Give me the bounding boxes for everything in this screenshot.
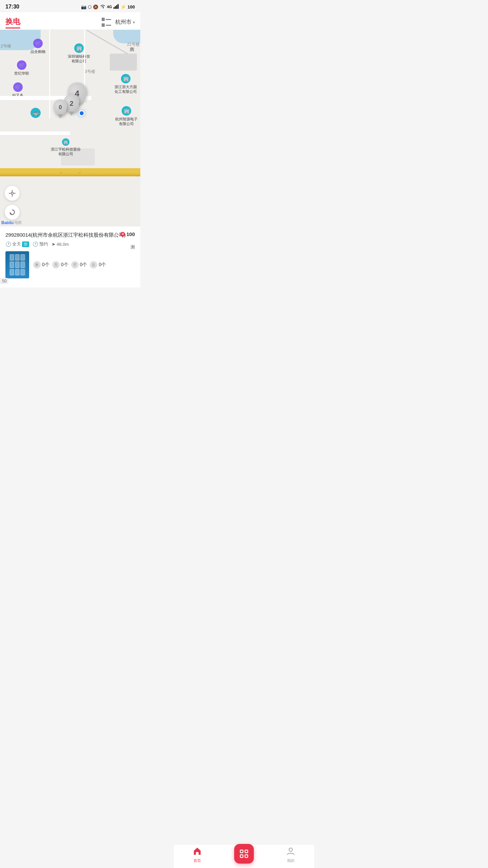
- discover-label: 测: [130, 244, 135, 250]
- silent-icon: 🔕: [93, 4, 98, 9]
- user-location-dot: [79, 110, 85, 116]
- poi-label-zhejiang1: 浙江浙大方圆化工有限公司: [115, 84, 137, 94]
- map-pin-0[interactable]: 0: [54, 99, 67, 116]
- header-right: 杭州市 ▾: [102, 18, 135, 27]
- charge-icon: 充: [52, 261, 60, 269]
- svg-rect-9: [113, 235, 114, 237]
- page-title: 换电: [5, 17, 20, 28]
- arrow-right-icon: →: [77, 170, 81, 175]
- usb-icon: ⬡: [88, 4, 92, 9]
- total-icon: 总: [90, 261, 97, 269]
- poi-pinquan: 🛒 品全购物: [30, 39, 45, 54]
- svg-rect-11: [115, 233, 116, 237]
- chevron-down-icon: ▾: [133, 20, 135, 25]
- poi-yusong: 🏢 浙江宇松科技股份有限公司: [51, 138, 81, 157]
- exchange-count: 0个: [42, 262, 49, 268]
- error-badge: ✕: [120, 232, 125, 237]
- slot-empty: 空 0个: [71, 261, 87, 269]
- reservation-item: 🕐 预约: [33, 241, 48, 247]
- status-bar: 17:30 📷 ⬡ 🔕 4G ⚡ 100: [0, 0, 140, 12]
- reservation-clock-icon: 🕐: [33, 241, 38, 247]
- 4g-icon: 4G: [107, 5, 112, 9]
- poi-icon-yusong: 🏢: [62, 138, 69, 146]
- city-selector[interactable]: 杭州市 ▾: [115, 19, 135, 26]
- poi-hangzhou: 🏢 杭州智源电子有限公司: [115, 106, 138, 126]
- road-horizontal-2: [0, 132, 70, 135]
- map-provider-text: 地图: [14, 220, 22, 225]
- reservation-text: 预约: [39, 241, 48, 247]
- building-21-label: 21号楼: [127, 42, 140, 47]
- station-info-card: ✕ 100 299280014(杭州市余杭区浙江宇松科技股份有限公司) 测 🕐 …: [0, 226, 140, 288]
- poi-icon-zhejiang1: 🏢: [121, 74, 130, 83]
- svg-rect-0: [114, 7, 115, 9]
- poi-icon-shenzhen: 🏢: [74, 43, 84, 53]
- road-vertical-1: [49, 30, 50, 118]
- empty-count: 0个: [80, 262, 87, 268]
- battery-level: 100: [127, 4, 135, 9]
- signal-icon: [113, 4, 119, 10]
- collapse-indicator: −: [131, 233, 135, 240]
- distance-scale: 50: [0, 278, 8, 284]
- poi-icon-pinquan: 🛒: [33, 39, 43, 48]
- svg-point-4: [11, 192, 13, 194]
- pin-count-2: 2: [69, 100, 73, 107]
- poi-label-shiji: 世纪华联: [14, 71, 29, 76]
- poi-label-yusong: 浙江宇松科技股份有限公司: [51, 147, 81, 157]
- building-3-label: 3号楼: [85, 69, 95, 75]
- baidu-watermark: Baidu 地图: [1, 220, 22, 225]
- poi-icon-hangzhou: 🏢: [122, 106, 131, 116]
- status-time: 17:30: [5, 4, 19, 10]
- main-road: ← →: [0, 168, 140, 176]
- exchange-icon: 换: [33, 261, 41, 269]
- bus-stop-icon: 🚌: [30, 108, 41, 118]
- header: 换电 杭州市 ▾: [0, 12, 140, 30]
- camera-icon: 📷: [81, 4, 86, 9]
- svg-rect-2: [116, 5, 117, 9]
- station-meta: 🕐 全天 营 🕐 预约 ➤ 46.0m: [5, 241, 135, 247]
- hours-text: 全天: [12, 241, 21, 247]
- clock-icon: 🕐: [5, 241, 11, 247]
- slots-info: 换 0个 充 0个 空 0个 总 0个: [33, 261, 135, 269]
- station-body: 换 0个 充 0个 空 0个 总 0个: [5, 251, 135, 278]
- building-2-label: 2号楼: [1, 43, 11, 49]
- pin-count-0: 0: [59, 104, 62, 111]
- poi-shiji: 🛒 世纪华联: [14, 60, 29, 76]
- refresh-button[interactable]: [5, 205, 20, 220]
- distance-text: 46.0m: [57, 242, 69, 247]
- svg-rect-3: [118, 4, 119, 9]
- poi-shenzhen: 🏢 深圳城铄科技有限公司: [68, 43, 90, 64]
- poi-zhejiang1: 🏢 浙江浙大方圆化工有限公司: [115, 74, 137, 94]
- scale-value: 50: [2, 279, 6, 283]
- locate-button[interactable]: [5, 186, 20, 201]
- list-view-button[interactable]: [102, 18, 111, 27]
- building-block-1: [110, 54, 137, 71]
- status-icons: 📷 ⬡ 🔕 4G ⚡ 100: [81, 4, 135, 10]
- water-area-right: [113, 30, 140, 43]
- map-container[interactable]: ← → 🛒 品全购物 🛒 世纪华联 🛒 好又多 🏢 深圳城铄科技有限公司 🏢 浙…: [0, 30, 140, 226]
- total-count: 0个: [99, 262, 106, 268]
- wifi-icon: [100, 4, 106, 10]
- station-image: [5, 251, 29, 278]
- charge-count: 0个: [61, 262, 68, 268]
- slot-total: 总 0个: [90, 261, 106, 269]
- svg-rect-1: [115, 6, 116, 9]
- poi-icon-shiji: 🛒: [17, 60, 26, 70]
- poi-hao: 🛒 好又多: [12, 82, 23, 98]
- arrow-left-icon: ←: [59, 170, 63, 175]
- slot-charge: 充 0个: [52, 261, 68, 269]
- svg-rect-10: [114, 234, 115, 237]
- poi-label-shenzhen: 深圳城铄科技有限公司: [68, 54, 90, 64]
- city-name: 杭州市: [115, 19, 131, 26]
- distance-item: ➤ 46.0m: [52, 241, 69, 247]
- poi-label-pinquan: 品全购物: [30, 49, 45, 54]
- charging-icon: ⚡: [121, 4, 126, 9]
- slot-exchange: 换 0个: [33, 261, 49, 269]
- station-slots-display: [10, 254, 25, 275]
- empty-icon: 空: [71, 261, 79, 269]
- poi-label-hangzhou: 杭州智源电子有限公司: [115, 117, 138, 126]
- navigation-icon: ➤: [52, 241, 56, 247]
- open-badge: 营: [22, 241, 29, 247]
- hours-item: 🕐 全天 营: [5, 241, 29, 247]
- error-icon: ✕: [121, 232, 124, 236]
- baidu-logo: Baidu: [1, 220, 14, 225]
